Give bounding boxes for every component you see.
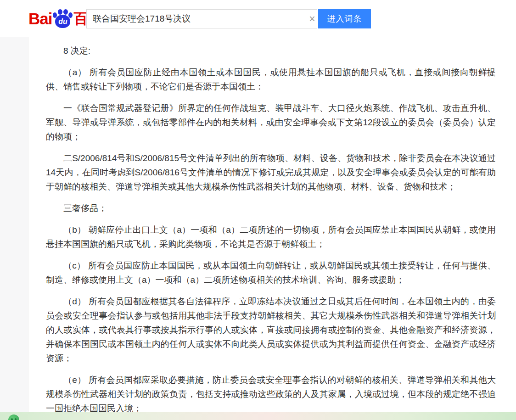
left-gutter	[0, 37, 28, 412]
paragraph: 一《联合国常规武器登记册》所界定的任何作战坦克、装甲战斗车、大口径火炮系统、作战…	[46, 101, 496, 144]
paragraph: （e） 所有会员国都应采取必要措施，防止委员会或安全理事会指认的对朝鲜的核相关、…	[46, 373, 496, 412]
paragraph: 三奢侈品；	[46, 201, 496, 215]
paragraph: （b） 朝鲜应停止出口上文（a）一项和（a）二项所述的一切物项，所有会员国应禁止…	[46, 223, 496, 251]
header: Bai du 百科 × 进入词条	[0, 0, 516, 37]
search-input[interactable]	[86, 9, 317, 28]
logo-bai-text: Bai	[28, 10, 52, 28]
paragraph: （a） 所有会员国应防止经由本国领土或本国国民，或使用悬挂本国国旗的船只或飞机，…	[46, 65, 496, 94]
article-content: 8 决定: （a） 所有会员国应防止经由本国领土或本国国民，或使用悬挂本国国旗的…	[29, 37, 516, 412]
paragraph: （c） 所有会员国应防止本国国民，或从本国领土向朝鲜转让，或从朝鲜国民或其领土接…	[46, 258, 496, 287]
baidu-baike-page: Bai du 百科 × 进入词条 8 决定: （a） 所有会员国应防止经由本国领…	[0, 0, 516, 420]
baidu-paw-icon: du	[52, 9, 73, 29]
paragraph: 8 决定:	[46, 44, 496, 58]
enter-entry-button[interactable]: 进入词条	[318, 9, 371, 28]
paragraph: 二S/2006/814号和S/2006/815号文件清单列出的所有物项、材料、设…	[46, 151, 496, 194]
bottom-banner	[0, 412, 516, 420]
logo-du-text: du	[52, 17, 73, 26]
paragraph: （d） 所有会员国都应根据其各自法律程序，立即冻结本决议通过之日或其后任何时间，…	[46, 294, 496, 365]
